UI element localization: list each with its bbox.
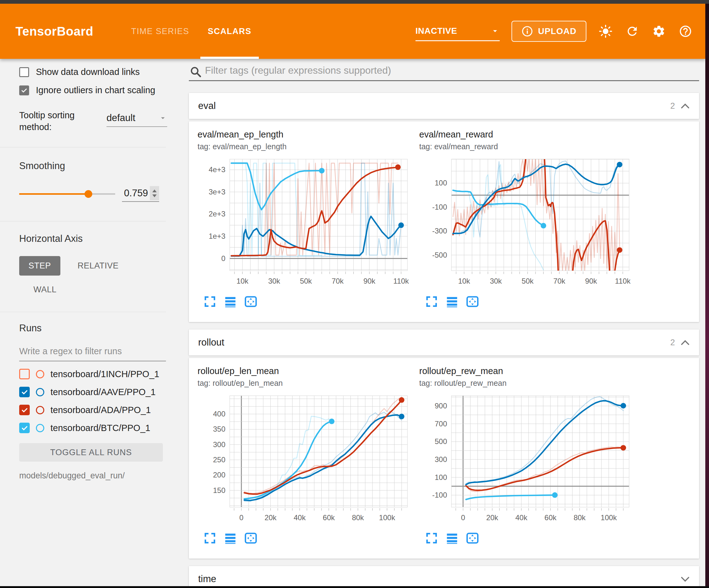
sidebar: Show data download links Ignore outliers… <box>0 59 185 586</box>
data-table-button[interactable] <box>224 531 237 545</box>
section-header-eval[interactable]: eval 2 <box>189 93 699 119</box>
svg-text:60k: 60k <box>323 513 335 522</box>
svg-text:50k: 50k <box>300 277 312 285</box>
line-chart[interactable]: 01e+32e+33e+34e+310k30k50k70k90k110k <box>198 155 412 289</box>
run-row: tensorboard/BTC/PPO_1 <box>19 423 185 433</box>
section-title: rollout <box>198 337 224 348</box>
refresh-button[interactable] <box>625 24 640 39</box>
smoothing-value-box: 0.759 <box>122 186 159 202</box>
sidebar-divider <box>0 147 166 147</box>
svg-text:150: 150 <box>213 486 226 494</box>
data-table-button[interactable] <box>445 295 459 308</box>
axis-step-button[interactable]: STEP <box>19 256 60 276</box>
fit-domain-button[interactable] <box>466 295 479 308</box>
svg-text:70k: 70k <box>553 277 566 285</box>
svg-text:500: 500 <box>435 437 447 445</box>
run-color-swatch[interactable] <box>36 406 44 414</box>
upload-button[interactable]: UPLOAD <box>511 21 586 42</box>
fit-domain-button[interactable] <box>244 295 258 308</box>
svg-text:-100: -100 <box>432 491 447 499</box>
stepper-down-icon[interactable] <box>152 195 157 197</box>
svg-text:10k: 10k <box>458 277 471 285</box>
svg-text:200: 200 <box>213 471 226 479</box>
expand-chart-button[interactable] <box>203 531 217 545</box>
svg-text:-300: -300 <box>432 227 447 235</box>
svg-text:40k: 40k <box>293 513 306 522</box>
chart-tag: tag: eval/mean_ep_length <box>198 142 415 151</box>
sidebar-divider <box>0 221 166 222</box>
run-checkbox[interactable] <box>19 423 30 433</box>
svg-text:4e+3: 4e+3 <box>209 165 226 174</box>
run-color-swatch[interactable] <box>36 424 44 432</box>
check-icon <box>21 388 28 396</box>
search-icon <box>189 66 202 78</box>
chart-card-ep-len-mean: rollout/ep_len_mean tag: rollout/ep_len_… <box>198 366 415 545</box>
run-row: tensorboard/AAVE/PPO_1 <box>19 387 185 397</box>
expand-chart-button[interactable] <box>203 295 217 308</box>
section-body-eval: eval/mean_ep_length tag: eval/mean_ep_le… <box>189 121 699 322</box>
axis-relative-button[interactable]: RELATIVE <box>78 261 119 271</box>
run-checkbox[interactable] <box>19 387 30 397</box>
tab-scalars[interactable]: SCALARS <box>199 4 261 59</box>
section-title: eval <box>198 100 216 111</box>
svg-text:900: 900 <box>435 402 447 410</box>
line-chart[interactable]: 150200250300350400020k40k60k80k100k <box>198 392 412 526</box>
tag-filter-input[interactable] <box>189 62 699 81</box>
line-chart[interactable]: -100100300500700900020k40k60k80k100k <box>419 392 634 526</box>
svg-text:70k: 70k <box>332 277 344 285</box>
settings-button[interactable] <box>651 24 666 39</box>
data-table-button[interactable] <box>445 531 459 545</box>
smoothing-slider[interactable] <box>19 188 115 199</box>
svg-text:2e+3: 2e+3 <box>209 210 226 218</box>
run-checkbox[interactable] <box>19 405 30 415</box>
svg-text:0: 0 <box>221 254 226 262</box>
svg-text:110k: 110k <box>393 277 409 285</box>
help-button[interactable] <box>678 24 693 39</box>
fit-domain-button[interactable] <box>244 531 258 545</box>
run-row: tensorboard/1INCH/PPO_1 <box>19 369 185 379</box>
fit-domain-button[interactable] <box>466 531 479 545</box>
svg-text:350: 350 <box>213 425 226 433</box>
svg-text:3e+3: 3e+3 <box>209 188 226 196</box>
status-dropdown[interactable]: INACTIVE <box>416 21 500 41</box>
toggle-all-runs-button[interactable]: TOGGLE ALL RUNS <box>19 443 163 462</box>
slider-handle[interactable] <box>84 190 92 198</box>
tooltip-sorting-value: default <box>106 112 135 124</box>
check-icon <box>21 406 28 414</box>
smoothing-stepper[interactable] <box>150 186 159 200</box>
line-chart[interactable]: 100-100-300-50010k30k50k70k90k110k <box>419 155 634 289</box>
tooltip-sorting-select[interactable]: default <box>106 110 167 127</box>
section-header-time[interactable]: time <box>189 566 699 586</box>
chevron-up-icon[interactable] <box>681 339 690 346</box>
runs-filter-input[interactable] <box>19 344 166 361</box>
chevron-up-icon[interactable] <box>681 103 690 109</box>
svg-text:90k: 90k <box>364 277 376 285</box>
stepper-up-icon[interactable] <box>152 189 157 192</box>
ignore-outliers-checkbox[interactable] <box>19 85 29 95</box>
chevron-down-icon[interactable] <box>681 576 690 582</box>
brightness-toggle-button[interactable] <box>598 24 613 39</box>
expand-chart-button[interactable] <box>425 295 439 308</box>
expand-chart-button[interactable] <box>425 531 439 545</box>
caret-down-icon <box>491 26 500 35</box>
axis-wall-button[interactable]: WALL <box>33 285 57 295</box>
data-table-button[interactable] <box>224 295 237 308</box>
run-row: tensorboard/ADA/PPO_1 <box>19 405 185 415</box>
chart-title: rollout/ep_len_mean <box>198 366 415 376</box>
smoothing-label: Smoothing <box>19 160 185 172</box>
svg-text:250: 250 <box>213 456 226 464</box>
info-icon <box>521 25 533 37</box>
section-header-rollout[interactable]: rollout 2 <box>189 329 699 355</box>
chart-title: rollout/ep_rew_mean <box>419 366 636 376</box>
section-count: 2 <box>670 338 675 348</box>
status-label: INACTIVE <box>416 26 457 36</box>
run-color-swatch[interactable] <box>36 388 44 397</box>
show-download-links-checkbox[interactable] <box>19 67 29 77</box>
main-panel: eval 2 eval/mean_ep_length tag: eval/mea… <box>185 59 705 586</box>
run-name: tensorboard/1INCH/PPO_1 <box>50 369 159 379</box>
brightness-icon <box>599 24 612 38</box>
run-checkbox[interactable] <box>19 369 30 379</box>
run-color-swatch[interactable] <box>36 370 44 378</box>
horizontal-axis-label: Horizontal Axis <box>19 233 185 244</box>
tab-time-series[interactable]: TIME SERIES <box>122 4 199 59</box>
